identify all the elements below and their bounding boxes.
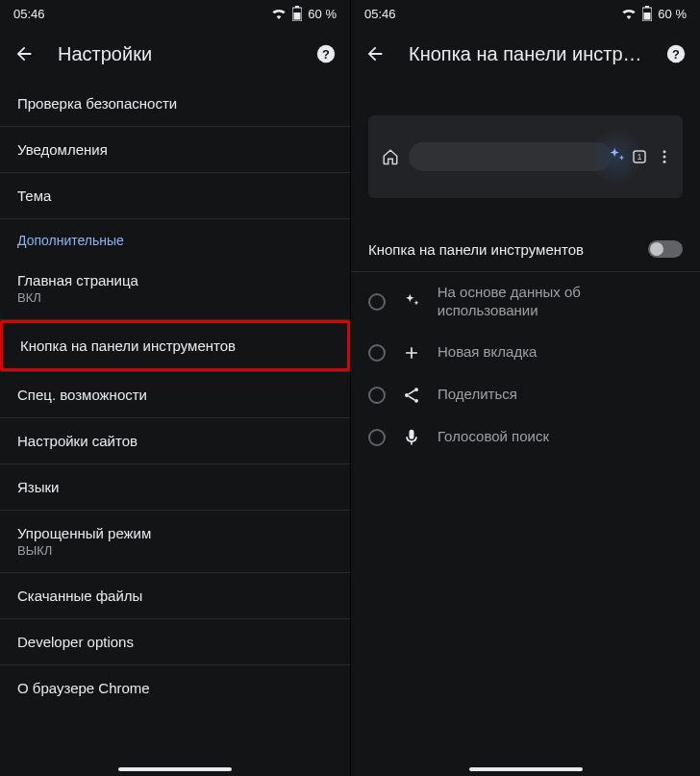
radio-button[interactable] <box>368 293 386 311</box>
share-icon <box>401 386 422 405</box>
item-label: Тема <box>17 188 333 204</box>
battery-percent: 60 % <box>308 7 337 21</box>
status-right: 60 % <box>621 6 687 21</box>
svg-point-13 <box>663 156 666 159</box>
page-title: Кнопка на панели инстр… <box>409 43 642 65</box>
settings-item[interactable]: О браузере Chrome <box>0 665 350 711</box>
sparkle-icon <box>606 146 627 167</box>
svg-rect-7 <box>644 13 651 20</box>
radio-button[interactable] <box>368 387 386 404</box>
mic-icon <box>401 428 422 447</box>
item-label: Упрощенный режим <box>17 525 333 541</box>
battery-percent: 60 % <box>658 7 687 21</box>
svg-rect-6 <box>645 6 649 8</box>
svg-point-15 <box>414 388 418 391</box>
settings-list: Проверка безопасности Уведомления Тема Д… <box>0 81 350 776</box>
settings-item[interactable]: Упрощенный режим ВЫКЛ <box>0 511 350 572</box>
help-button[interactable]: ? <box>315 43 337 64</box>
svg-rect-2 <box>294 13 301 20</box>
settings-item[interactable]: Настройки сайтов <box>0 418 350 463</box>
item-label: Проверка безопасности <box>17 95 333 112</box>
back-button[interactable] <box>13 43 35 64</box>
option-row[interactable]: Новая вкладка <box>351 332 700 374</box>
toggle-switch[interactable] <box>648 240 683 258</box>
radio-button[interactable] <box>368 344 386 362</box>
settings-item[interactable]: Скачанные файлы <box>0 573 350 618</box>
settings-item[interactable]: Проверка безопасности <box>0 81 350 126</box>
item-label: Developer options <box>17 634 333 650</box>
status-bar: 05:46 60 % <box>0 0 350 27</box>
settings-item[interactable]: Языки <box>0 464 350 510</box>
settings-item[interactable]: Developer options <box>0 619 350 664</box>
battery-icon <box>642 6 652 21</box>
radio-button[interactable] <box>368 429 386 446</box>
item-sublabel: ВКЛ <box>17 290 333 305</box>
plus-icon <box>401 343 422 363</box>
status-bar: 05:46 60 % <box>351 0 700 27</box>
svg-text:?: ? <box>672 47 680 62</box>
enable-switch-row[interactable]: Кнопка на панели инструментов <box>351 227 700 271</box>
item-label: Спец. возможности <box>17 387 333 403</box>
option-label: Новая вкладка <box>438 343 537 362</box>
option-row[interactable]: Поделиться <box>351 374 700 416</box>
item-sublabel: ВЫКЛ <box>17 543 333 558</box>
item-label: Скачанные файлы <box>17 588 333 604</box>
svg-point-14 <box>663 161 666 163</box>
nav-indicator <box>118 767 232 771</box>
svg-text:?: ? <box>322 47 330 62</box>
app-bar: Кнопка на панели инстр… ? <box>351 27 700 81</box>
svg-point-16 <box>405 393 409 397</box>
option-label: Поделиться <box>438 386 517 404</box>
sparkle-icon <box>401 292 422 312</box>
option-label: Голосовой поиск <box>438 428 549 446</box>
toolbar-button-screen: 05:46 60 % Кнопка на панели инстр… ? <box>350 0 700 776</box>
page-title: Настройки <box>58 43 292 65</box>
item-label: Языки <box>17 479 333 495</box>
item-label: Уведомления <box>17 141 333 158</box>
option-row[interactable]: Голосовой поиск <box>351 416 700 459</box>
section-header: Дополнительные <box>0 219 350 258</box>
option-row[interactable]: На основе данных об использовании <box>351 272 700 332</box>
item-label: Кнопка на панели инструментов <box>20 338 330 354</box>
status-right: 60 % <box>271 6 337 21</box>
item-label: О браузере Chrome <box>17 680 333 696</box>
svg-rect-1 <box>295 6 299 8</box>
status-time: 05:46 <box>13 7 45 21</box>
svg-point-17 <box>414 398 418 402</box>
item-label: Настройки сайтов <box>17 433 333 449</box>
toolbar-preview: 1 <box>368 115 683 198</box>
svg-text:1: 1 <box>638 153 642 162</box>
app-bar: Настройки ? <box>0 27 350 81</box>
settings-screen: 05:46 60 % Настройки ? Проверка безопасн… <box>0 0 350 776</box>
omnibox <box>409 142 612 171</box>
settings-item[interactable]: Спец. возможности <box>0 372 350 417</box>
help-button[interactable]: ? <box>665 43 687 64</box>
tabs-icon: 1 <box>631 148 648 165</box>
back-button[interactable] <box>364 43 386 64</box>
battery-icon <box>292 6 302 21</box>
wifi-icon <box>621 8 637 19</box>
home-icon <box>382 148 399 165</box>
item-label: Главная страница <box>17 272 333 288</box>
settings-item[interactable]: Уведомления <box>0 127 350 172</box>
status-time: 05:46 <box>364 7 396 21</box>
wifi-icon <box>271 8 287 19</box>
more-icon <box>656 148 673 165</box>
settings-item-toolbar-button[interactable]: Кнопка на панели инструментов <box>0 320 350 371</box>
switch-label: Кнопка на панели инструментов <box>368 241 648 258</box>
settings-item[interactable]: Тема <box>0 173 350 218</box>
option-label: На основе данных об использовании <box>438 284 683 320</box>
settings-item[interactable]: Главная страница ВКЛ <box>0 258 350 319</box>
nav-indicator <box>469 767 583 771</box>
svg-point-12 <box>663 150 666 153</box>
